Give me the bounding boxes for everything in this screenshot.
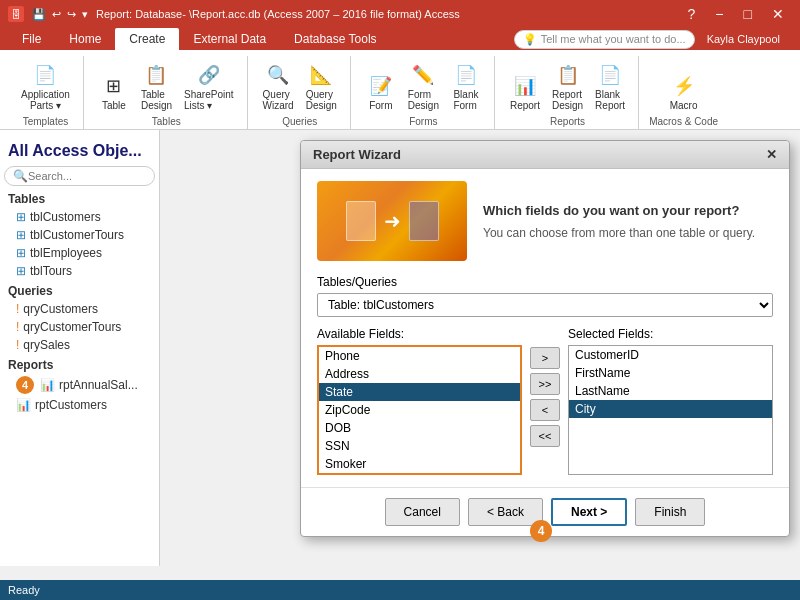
blank-report-btn[interactable]: 📄 BlankReport bbox=[590, 58, 630, 114]
tell-me-input[interactable]: 💡 Tell me what you want to do... bbox=[514, 30, 695, 49]
field-zipcode[interactable]: ZipCode bbox=[319, 401, 520, 419]
reports-ribbon-label: Reports bbox=[550, 116, 585, 129]
move-one-left-btn[interactable]: < bbox=[530, 399, 560, 421]
field-phone[interactable]: Phone bbox=[319, 347, 520, 365]
selected-city[interactable]: City bbox=[569, 400, 772, 418]
wizard-image: ➜ bbox=[317, 181, 467, 261]
blank-form-btn[interactable]: 📄 BlankForm bbox=[446, 58, 486, 114]
tables-queries-label: Tables/Queries bbox=[317, 275, 773, 289]
tables-buttons: ⊞ Table 📋 TableDesign 🔗 SharePointLists … bbox=[94, 58, 239, 114]
customize-btn[interactable]: ▾ bbox=[82, 8, 88, 21]
available-fields-container: Available Fields: Phone Address State Zi… bbox=[317, 327, 522, 475]
tables-queries-select[interactable]: Table: tblCustomers bbox=[317, 293, 773, 317]
query-wizard-btn[interactable]: 🔍 QueryWizard bbox=[258, 58, 299, 114]
quick-save[interactable]: 💾 bbox=[32, 8, 46, 21]
form-btn[interactable]: 📝 Form bbox=[361, 69, 401, 114]
menu-home[interactable]: Home bbox=[55, 28, 115, 50]
sidebar-item-rptcustomers[interactable]: 📊 rptCustomers bbox=[0, 396, 159, 414]
help-btn[interactable]: ? bbox=[680, 4, 704, 24]
wizard-doc-right bbox=[409, 201, 439, 241]
app-icon: 🗄 bbox=[8, 6, 24, 22]
main-area: All Access Obje... 🔍 Tables ⊞ tblCustome… bbox=[0, 130, 800, 566]
move-all-left-btn[interactable]: << bbox=[530, 425, 560, 447]
finish-button[interactable]: Finish bbox=[635, 498, 705, 526]
sidebar-item-qrysales[interactable]: ! qrySales bbox=[0, 336, 159, 354]
selected-lastname[interactable]: LastName bbox=[569, 382, 772, 400]
macro-icon: ⚡ bbox=[670, 72, 698, 100]
menu-external-data[interactable]: External Data bbox=[179, 28, 280, 50]
report-icon-customers: 📊 bbox=[16, 398, 31, 412]
move-one-right-btn[interactable]: > bbox=[530, 347, 560, 369]
sidebar-item-tblemployees[interactable]: ⊞ tblEmployees bbox=[0, 244, 159, 262]
menu-file[interactable]: File bbox=[8, 28, 55, 50]
menu-database-tools[interactable]: Database Tools bbox=[280, 28, 391, 50]
content-area: Report Wizard ✕ ➜ Which fields do you wa… bbox=[160, 130, 800, 566]
sidebar: All Access Obje... 🔍 Tables ⊞ tblCustome… bbox=[0, 130, 160, 566]
reports-buttons: 📊 Report 📋 ReportDesign 📄 BlankReport bbox=[505, 58, 630, 114]
field-address[interactable]: Address bbox=[319, 365, 520, 383]
menu-bar: File Home Create External Data Database … bbox=[0, 28, 800, 50]
sidebar-item-qrycustomers[interactable]: ! qryCustomers bbox=[0, 300, 159, 318]
sidebar-item-tblcustomertours[interactable]: ⊞ tblCustomerTours bbox=[0, 226, 159, 244]
menu-create[interactable]: Create bbox=[115, 28, 179, 50]
sidebar-item-tbltours[interactable]: ⊞ tblTours bbox=[0, 262, 159, 280]
user-name[interactable]: Kayla Claypool bbox=[695, 28, 792, 50]
table-btn[interactable]: ⊞ Table bbox=[94, 69, 134, 114]
tell-me-area: 💡 Tell me what you want to do... bbox=[514, 28, 695, 50]
wizard-arrow-icon: ➜ bbox=[384, 209, 401, 233]
undo-btn[interactable]: ↩ bbox=[52, 8, 61, 21]
cancel-button[interactable]: Cancel bbox=[385, 498, 460, 526]
macro-btn[interactable]: ⚡ Macro bbox=[664, 69, 704, 114]
selected-firstname[interactable]: FirstName bbox=[569, 364, 772, 382]
close-btn[interactable]: ✕ bbox=[764, 4, 792, 24]
sidebar-item-label: qryCustomers bbox=[23, 302, 98, 316]
field-smoker[interactable]: Smoker bbox=[319, 455, 520, 473]
query-design-btn[interactable]: 📐 QueryDesign bbox=[301, 58, 342, 114]
query-icon-customertours: ! bbox=[16, 320, 19, 334]
blank-form-icon: 📄 bbox=[452, 61, 480, 89]
selected-fields-list[interactable]: CustomerID FirstName LastName City bbox=[568, 345, 773, 475]
templates-label: Templates bbox=[23, 116, 69, 129]
sidebar-section-queries: Queries bbox=[0, 280, 159, 300]
status-bar: Ready bbox=[0, 580, 800, 600]
table-icon-customers: ⊞ bbox=[16, 210, 26, 224]
dialog-close-icon[interactable]: ✕ bbox=[766, 147, 777, 162]
report-wizard-dialog: Report Wizard ✕ ➜ Which fields do you wa… bbox=[300, 140, 790, 537]
application-parts-btn[interactable]: 📄 ApplicationParts ▾ bbox=[16, 58, 75, 114]
report-icon: 📊 bbox=[511, 72, 539, 100]
sidebar-search-input[interactable] bbox=[28, 170, 146, 182]
back-button[interactable]: < Back bbox=[468, 498, 543, 526]
dialog-title-bar: Report Wizard ✕ bbox=[301, 141, 789, 169]
sidebar-item-tblcustomers[interactable]: ⊞ tblCustomers bbox=[0, 208, 159, 226]
sidebar-item-label: tblCustomers bbox=[30, 210, 101, 224]
sidebar-item-qrycustomertours[interactable]: ! qryCustomerTours bbox=[0, 318, 159, 336]
sidebar-item-rptannualsal[interactable]: 4 📊 rptAnnualSal... bbox=[0, 374, 159, 396]
field-dob[interactable]: DOB bbox=[319, 419, 520, 437]
status-text: Ready bbox=[8, 584, 40, 596]
window-controls: ? − □ ✕ bbox=[680, 4, 792, 24]
form-design-btn[interactable]: ✏️ FormDesign bbox=[403, 58, 444, 114]
field-state[interactable]: State bbox=[319, 383, 520, 401]
dialog-header: ➜ Which fields do you want on your repor… bbox=[317, 181, 773, 261]
minimize-btn[interactable]: − bbox=[707, 4, 731, 24]
move-all-right-btn[interactable]: >> bbox=[530, 373, 560, 395]
field-move-buttons: > >> < << bbox=[530, 327, 560, 447]
sidebar-item-label: tblTours bbox=[30, 264, 72, 278]
sidebar-section-reports: Reports bbox=[0, 354, 159, 374]
maximize-btn[interactable]: □ bbox=[736, 4, 760, 24]
sidebar-item-label: tblEmployees bbox=[30, 246, 102, 260]
sharepoint-lists-btn[interactable]: 🔗 SharePointLists ▾ bbox=[179, 58, 238, 114]
next-button[interactable]: Next > bbox=[551, 498, 627, 526]
queries-label: Queries bbox=[282, 116, 317, 129]
available-fields-list[interactable]: Phone Address State ZipCode DOB SSN Smok… bbox=[317, 345, 522, 475]
field-ssn[interactable]: SSN bbox=[319, 437, 520, 455]
report-design-btn[interactable]: 📋 ReportDesign bbox=[547, 58, 588, 114]
sidebar-title: All Access Obje... bbox=[0, 138, 159, 164]
report-btn[interactable]: 📊 Report bbox=[505, 69, 545, 114]
redo-btn[interactable]: ↪ bbox=[67, 8, 76, 21]
selected-customerid[interactable]: CustomerID bbox=[569, 346, 772, 364]
window-title: Report: Database- \Report.acc.db (Access… bbox=[96, 8, 460, 20]
field-firstclass[interactable]: First Class bbox=[319, 473, 520, 475]
table-design-btn[interactable]: 📋 TableDesign bbox=[136, 58, 177, 114]
dialog-question: Which fields do you want on your report?… bbox=[483, 203, 773, 240]
